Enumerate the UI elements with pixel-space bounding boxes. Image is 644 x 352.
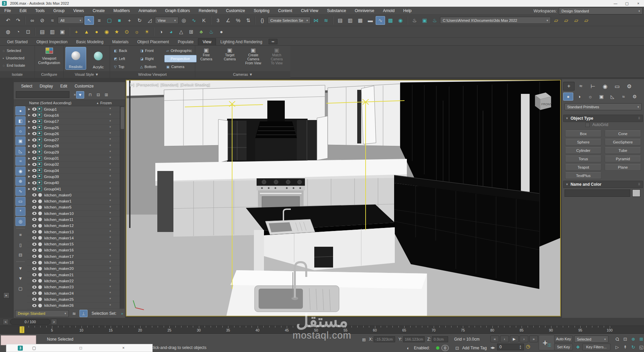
z-coordinate-field[interactable]: 0.0cm xyxy=(432,336,448,342)
tree-row-object[interactable]: kitchen_maker20* xyxy=(27,266,120,272)
bind-to-space-warp-icon[interactable]: ≈ xyxy=(48,16,57,25)
spacewarps-category[interactable]: ≈ xyxy=(619,93,629,101)
visibility-eye-icon[interactable] xyxy=(32,169,37,172)
display-groups-toggle[interactable]: ◉ xyxy=(15,167,25,176)
tree-row-object[interactable]: kitchen_maker13* xyxy=(27,229,120,235)
expand-arrow-icon[interactable]: ▶ xyxy=(27,157,31,160)
add-time-tag[interactable]: Add Time Tag xyxy=(462,346,487,350)
expand-arrow-icon[interactable]: ▶ xyxy=(27,126,31,129)
visibility-eye-icon[interactable] xyxy=(32,249,37,252)
frozen-icon[interactable]: * xyxy=(109,260,111,265)
scene-explorer-toggle-icon[interactable]: ▥ xyxy=(345,16,355,25)
visibility-eye-icon[interactable] xyxy=(32,279,37,282)
frozen-icon[interactable]: * xyxy=(109,248,111,253)
display-geometry-toggle[interactable]: ● xyxy=(15,106,25,115)
tree-row-object[interactable]: kitchen_maker10* xyxy=(27,211,120,217)
shapes-icon[interactable]: ◔ xyxy=(13,27,23,36)
object-name-field[interactable] xyxy=(565,189,630,197)
visibility-eye-icon[interactable] xyxy=(32,236,37,239)
time-slider-handle[interactable] xyxy=(19,326,24,333)
create-tube-button[interactable]: Tube xyxy=(605,147,641,154)
light-lister-icon[interactable]: ▤ xyxy=(38,27,47,36)
previous-frame-button[interactable]: ‹ xyxy=(500,336,509,342)
camera-button-target-camera[interactable]: ▣TargetCamera xyxy=(221,48,239,61)
isolate-end-isolate[interactable]: ◌End Isolate xyxy=(0,62,35,69)
perspective-viewport[interactable]: [+] [Perspective] [Standard] [Default Sh… xyxy=(126,80,560,316)
create-geosphere-button[interactable]: GeoSphere xyxy=(605,139,641,145)
menu-file[interactable]: File xyxy=(0,7,15,15)
create-torus-button[interactable]: Torus xyxy=(565,156,601,162)
properties-button[interactable]: ⊟ xyxy=(15,250,25,259)
free-light-icon[interactable]: ★ xyxy=(112,27,121,36)
asset-save-icon[interactable]: ▱ xyxy=(572,16,581,25)
frame-step-icon[interactable]: ◀▶ xyxy=(489,344,496,351)
frozen-icon[interactable]: * xyxy=(109,211,111,216)
frozen-icon[interactable]: * xyxy=(109,254,111,259)
frozen-icon[interactable]: * xyxy=(109,137,111,142)
viewport-button-top[interactable]: ▽Top xyxy=(112,63,126,70)
viewport-menu-standard[interactable]: [Standard] xyxy=(161,82,178,86)
frozen-icon[interactable]: * xyxy=(109,168,111,173)
display-hidden-toggle[interactable]: ◎ xyxy=(15,217,25,226)
key-filter-dot-icon[interactable]: ❖ xyxy=(574,344,582,350)
sphere-light-icon[interactable]: ● xyxy=(92,27,101,36)
create-pyramid-button[interactable]: Pyramid xyxy=(605,156,641,162)
select-object-icon[interactable]: ↖ xyxy=(85,16,94,25)
expand-arrow-icon[interactable]: ▶ xyxy=(27,181,31,184)
select-by-name-icon[interactable]: ≡ xyxy=(95,16,104,25)
auto-key-button[interactable]: Auto Key xyxy=(554,336,573,342)
expand-arrow-icon[interactable]: ▶ xyxy=(27,120,31,123)
visibility-eye-icon[interactable] xyxy=(32,157,37,160)
visibility-eye-icon[interactable] xyxy=(32,304,37,307)
tree-row-group[interactable]: ▶Group16* xyxy=(27,112,120,118)
frozen-icon[interactable]: * xyxy=(109,162,111,167)
filter-icon[interactable]: ▼ xyxy=(76,91,84,99)
geometry-category[interactable]: ● xyxy=(563,93,573,101)
visibility-eye-icon[interactable] xyxy=(32,261,37,264)
expand-arrow-icon[interactable]: ▶ xyxy=(27,169,31,172)
curve-editor-icon[interactable]: ∿ xyxy=(376,16,385,25)
keyboard-override-icon[interactable]: K xyxy=(199,16,209,25)
visibility-eye-icon[interactable] xyxy=(32,114,37,117)
tree-row-group[interactable]: ▶Group40* xyxy=(27,180,120,186)
name-color-rollout[interactable]: ▼ Name and Color ⠿ xyxy=(563,181,643,188)
floating-window-bar[interactable]: 3 ▢ □ × xyxy=(6,344,153,352)
viewport-menu-pov[interactable]: [Perspective] xyxy=(136,82,158,86)
tree-row-object[interactable]: kitchen_maker5* xyxy=(27,204,120,211)
explorer-menu-display[interactable]: Display xyxy=(36,84,56,89)
viewport-menu-general[interactable]: [+] xyxy=(130,82,134,86)
play-button[interactable]: ▶ xyxy=(510,336,519,342)
visibility-eye-icon[interactable] xyxy=(32,175,37,178)
layer-manager-icon[interactable]: ▤ xyxy=(335,16,345,25)
photometric-light-icon[interactable]: ⊙ xyxy=(122,27,131,36)
frozen-icon[interactable]: * xyxy=(109,186,111,191)
frozen-column-header[interactable]: Frozen xyxy=(100,101,112,105)
previous-frame-slider-button[interactable]: < xyxy=(3,319,9,325)
visibility-eye-icon[interactable] xyxy=(32,144,37,148)
edit-named-selections-icon[interactable]: {} xyxy=(258,16,267,25)
viewport-button-left[interactable]: ◩Left xyxy=(112,55,127,62)
display-helpers-toggle[interactable]: ◺ xyxy=(15,146,25,156)
add-key-button[interactable]: +⚿ xyxy=(539,335,555,350)
menu-modifiers[interactable]: Modifiers xyxy=(109,7,134,15)
motion-tab[interactable]: ◉ xyxy=(599,82,611,91)
ribbon-tab-object-inspection[interactable]: Object Inspection xyxy=(32,39,72,45)
spinner-snap-icon[interactable]: ⇅ xyxy=(244,16,253,25)
tree-row-object[interactable]: kitchen_maker25* xyxy=(27,296,120,302)
ribbon-group-label[interactable]: Window Viewport xyxy=(110,71,195,78)
time-configuration-icon[interactable]: ◷ xyxy=(526,344,530,349)
frozen-icon[interactable]: * xyxy=(109,242,111,247)
expand-arrow-icon[interactable]: ▶ xyxy=(27,132,31,135)
autogrid-checkbox[interactable] xyxy=(585,123,590,127)
display-shapes-toggle[interactable]: ◧ xyxy=(15,116,25,125)
ribbon-tab-populate[interactable]: Populate xyxy=(173,39,198,45)
align-icon[interactable]: ≋ xyxy=(321,16,331,25)
frozen-icon[interactable]: * xyxy=(109,278,111,283)
reference-coordinate-dropdown[interactable]: View xyxy=(155,17,178,24)
frozen-icon[interactable]: * xyxy=(109,174,111,179)
explorer-scrollbar[interactable] xyxy=(120,106,124,309)
expand-arrow-icon[interactable]: ▶ xyxy=(27,175,31,178)
viewport-button-back[interactable]: ◧Back xyxy=(112,47,129,54)
visibility-eye-icon[interactable] xyxy=(32,187,37,190)
create-cone-button[interactable]: Cone xyxy=(605,130,641,137)
